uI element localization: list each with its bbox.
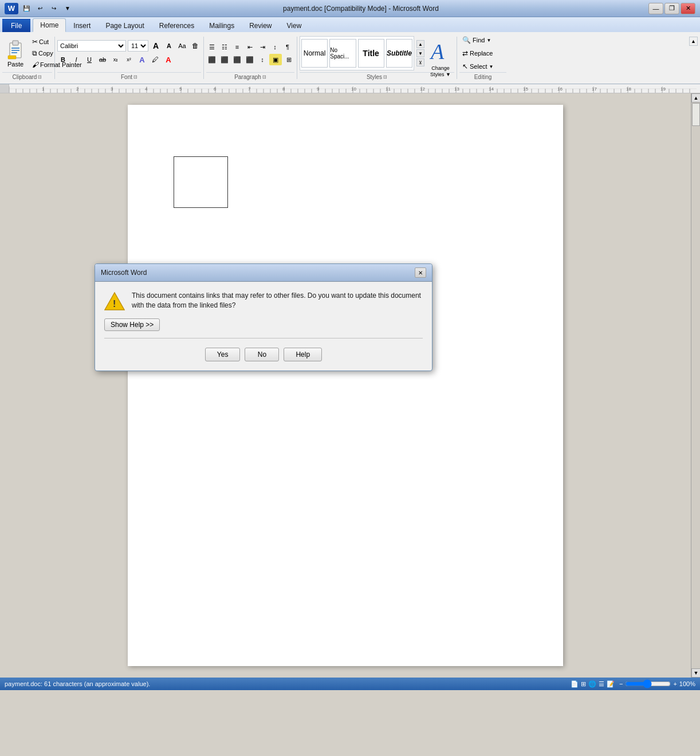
quickaccess-save[interactable]: 💾 [21, 3, 32, 14]
svg-text:7: 7 [248, 86, 251, 92]
style-normal[interactable]: Normal [301, 39, 328, 68]
scroll-thumb[interactable] [692, 103, 700, 126]
tab-view[interactable]: View [280, 19, 309, 32]
styles-scroll-down[interactable]: ▼ [416, 49, 424, 57]
style-heading1[interactable]: Title [358, 39, 384, 68]
bullets-button[interactable]: ☰ [206, 41, 218, 53]
paste-button[interactable]: Paste [2, 36, 29, 70]
styles-expand-icon[interactable]: ⊡ [383, 74, 387, 80]
multilevel-list-button[interactable]: ≡ [231, 41, 243, 53]
svg-text:6: 6 [214, 86, 217, 92]
styles-scroll-up[interactable]: ▲ [416, 40, 424, 48]
help-button[interactable]: Help [284, 348, 322, 361]
print-layout-view[interactable]: 📄 [571, 680, 579, 688]
statusbar: payment.doc: 61 characters (an approxima… [0, 678, 700, 690]
paragraph-expand-icon[interactable]: ⊡ [262, 74, 266, 80]
show-help-button[interactable]: Show Help >> [104, 318, 160, 331]
tab-mailings[interactable]: Mailings [202, 19, 242, 32]
font-color-button[interactable]: A [163, 54, 174, 65]
tab-home[interactable]: Home [33, 18, 66, 32]
document-shape[interactable] [174, 156, 228, 208]
text-highlight-button[interactable]: 🖊 [150, 54, 161, 65]
restore-button[interactable]: ❐ [664, 3, 679, 14]
scroll-track[interactable] [691, 103, 700, 668]
zoom-slider[interactable]: − + 100% [619, 679, 695, 688]
tab-page-layout[interactable]: Page Layout [98, 19, 151, 32]
shrink-font-button[interactable]: A [163, 40, 175, 52]
ruler-corner [0, 84, 9, 93]
font-name-select[interactable]: Calibri Arial Times New Roman [57, 40, 126, 52]
ruler-horizontal: 12345678910111213141516171819 [0, 84, 700, 93]
ribbon-collapse-button[interactable]: ▲ [689, 37, 698, 46]
subscript-button[interactable]: x₂ [110, 54, 121, 65]
statusbar-icons: 📄 ⊞ 🌐 ☰ 📝 [571, 680, 615, 688]
quickaccess-dropdown[interactable]: ▼ [62, 3, 73, 14]
web-layout-view[interactable]: 🌐 [588, 680, 596, 688]
superscript-button[interactable]: x² [123, 54, 135, 65]
select-button[interactable]: ↖ Select ▼ [459, 61, 497, 72]
align-center-button[interactable]: ⬛ [219, 54, 230, 65]
zoom-minus-button[interactable]: − [619, 680, 623, 687]
svg-text:5: 5 [179, 86, 182, 92]
full-screen-view[interactable]: ⊞ [581, 680, 586, 688]
cut-icon: ✂ [32, 38, 38, 46]
italic-button[interactable]: I [70, 54, 82, 65]
line-spacing-button[interactable]: ↕ [257, 54, 268, 65]
styles-more[interactable]: ⊻ [416, 58, 424, 66]
tab-insert[interactable]: Insert [66, 19, 98, 32]
clear-formatting-button[interactable]: 🗑 [190, 40, 201, 52]
tab-file[interactable]: File [2, 19, 30, 32]
dialog-close-button[interactable]: ✕ [415, 267, 426, 278]
show-formatting-button[interactable]: ¶ [282, 41, 293, 53]
quickaccess-undo[interactable]: ↩ [34, 3, 46, 14]
svg-text:4: 4 [145, 86, 148, 92]
statusbar-right: 📄 ⊞ 🌐 ☰ 📝 − + 100% [571, 679, 695, 688]
borders-button[interactable]: ⊞ [283, 54, 294, 65]
svg-text:!: ! [113, 299, 116, 309]
svg-text:19: 19 [660, 86, 666, 92]
underline-button[interactable]: U [84, 54, 95, 65]
minimize-button[interactable]: — [648, 3, 663, 14]
zoom-level: 100% [679, 680, 695, 687]
editing-group-label: Editing [459, 72, 506, 81]
zoom-range[interactable] [625, 679, 671, 688]
tab-review[interactable]: Review [242, 19, 279, 32]
align-right-button[interactable]: ⬛ [231, 54, 243, 65]
font-expand-icon[interactable]: ⊡ [133, 74, 137, 80]
replace-button[interactable]: ⇄ Replace [459, 48, 497, 59]
change-case-button[interactable]: Aa [176, 40, 188, 52]
draft-view[interactable]: 📝 [607, 680, 615, 688]
scroll-up-button[interactable]: ▲ [691, 93, 700, 103]
change-styles-button[interactable]: A ChangeStyles ▼ [427, 37, 454, 70]
warning-icon: ! [104, 291, 125, 312]
tab-references[interactable]: References [152, 19, 202, 32]
yes-button[interactable]: Yes [205, 348, 241, 361]
font-size-select[interactable]: 8910 111214 161820 [128, 40, 148, 52]
close-button[interactable]: ✕ [681, 3, 695, 14]
editing-group-inner: 🔍 Find ▼ ⇄ Replace ↖ Select ▼ [459, 34, 506, 72]
app-icon: W [5, 3, 18, 14]
bold-button[interactable]: B [57, 54, 69, 65]
style-heading2[interactable]: Subtitle [386, 39, 412, 68]
strikethrough-button[interactable]: ab [97, 54, 108, 65]
document-page [128, 105, 563, 666]
shading-button[interactable]: ▣ [269, 54, 282, 65]
zoom-plus-button[interactable]: + [673, 680, 677, 687]
sort-button[interactable]: ↕ [269, 41, 281, 53]
clipboard-expand-icon[interactable]: ⊡ [38, 74, 42, 80]
align-left-button[interactable]: ⬛ [206, 54, 218, 65]
numbering-button[interactable]: ☷ [219, 41, 230, 53]
clipboard-group-inner: Paste ✂ Cut ⧉ Copy 🖌 [2, 34, 52, 72]
scroll-down-button[interactable]: ▼ [691, 668, 700, 678]
quickaccess-redo[interactable]: ↪ [48, 3, 60, 14]
text-effect-button[interactable]: A [136, 54, 148, 65]
decrease-indent-button[interactable]: ⇤ [244, 41, 255, 53]
find-button[interactable]: 🔍 Find ▼ [459, 34, 497, 46]
increase-indent-button[interactable]: ⇥ [257, 41, 268, 53]
style-no-spacing[interactable]: No Spaci... [329, 39, 356, 68]
grow-font-button[interactable]: A [150, 40, 162, 52]
justify-button[interactable]: ⬛ [244, 54, 255, 65]
outline-view[interactable]: ☰ [599, 680, 604, 688]
find-icon: 🔍 [462, 36, 471, 44]
no-button[interactable]: No [245, 348, 279, 361]
